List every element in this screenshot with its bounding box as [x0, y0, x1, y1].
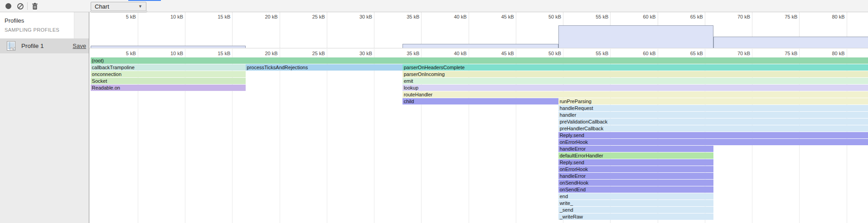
flame-chart-pane[interactable]: 5 kB10 kB15 kB20 kB25 kB30 kB35 kB40 kB4…	[89, 12, 868, 223]
overview-scrollbar-thumb[interactable]	[90, 10, 147, 13]
flame-bar-child[interactable]: child	[402, 98, 558, 104]
flame-bar-label: onErrorHook	[560, 166, 588, 172]
trash-icon[interactable]	[30, 1, 40, 11]
flame-bar-Reply.send[interactable]: Reply.send	[558, 132, 868, 138]
flame-bar-handleError[interactable]: handleError	[558, 146, 713, 152]
flame-bar-label: parserOnHeadersComplete	[404, 65, 465, 70]
overview-gridline	[516, 12, 516, 48]
overview-ruler-label: 40 kB	[441, 14, 467, 19]
flame-bar-end[interactable]: end	[558, 193, 713, 199]
flame-bar-label: preHandlerCallback	[560, 126, 604, 131]
flame-ruler-label: 15 kB	[204, 51, 230, 56]
flame-ruler-label: 5 kB	[110, 51, 136, 56]
flame-bar-lookup[interactable]: lookup	[402, 85, 868, 91]
flame-bar-Socket[interactable]: Socket	[91, 78, 246, 84]
flame-bar-label: defaultErrorHandler	[560, 153, 603, 158]
flame-bar-_send[interactable]: _send	[558, 207, 713, 213]
clear-icon[interactable]	[15, 1, 25, 11]
overview-gridline	[327, 12, 327, 48]
view-mode-select[interactable]: Chart ▼	[91, 2, 146, 11]
flame-bar-label: _writeRaw	[560, 214, 583, 219]
flame-bar-processTicksAndRejections[interactable]: processTicksAndRejections	[246, 64, 402, 71]
flame-ruler-label: 50 kB	[535, 51, 561, 56]
flame-ruler-label: 35 kB	[393, 51, 419, 56]
flame-bar-label: callbackTrampoline	[92, 65, 135, 70]
flame-bar-handler[interactable]: handler	[558, 112, 868, 118]
sidebar-empty-area	[0, 53, 89, 223]
flame-bar-onSendHook[interactable]: onSendHook	[558, 180, 713, 186]
flame-bar-_writeRaw[interactable]: _writeRaw	[558, 214, 713, 220]
flame-bar-onSendEnd[interactable]: onSendEnd	[558, 186, 713, 193]
flame-bar-preValidationCallback[interactable]: preValidationCallback	[558, 119, 868, 125]
flame-bar-label: Readable.on	[92, 85, 120, 90]
sidebar-title: Profiles	[5, 17, 24, 24]
flame-bar-routeHandler[interactable]: routeHandler	[402, 91, 868, 98]
record-icon[interactable]	[3, 1, 13, 11]
flame-bar-label: end	[560, 194, 568, 199]
flame-bar-write_[interactable]: write_	[558, 200, 713, 206]
flame-bar-label: onconnection	[92, 71, 121, 77]
overview-gridline	[185, 12, 185, 48]
flame-bar-onconnection[interactable]: onconnection	[91, 71, 246, 77]
flame-bar-label: lookup	[404, 85, 418, 90]
overview-gridline	[232, 12, 233, 48]
overview-gridline	[138, 12, 138, 48]
flame-gridline	[374, 49, 374, 223]
flame-bar-label: runPreParsing	[560, 99, 592, 104]
toolbar-divider	[27, 2, 28, 10]
overview-ruler-label: 60 kB	[630, 14, 656, 19]
active-tab-indicator	[128, 0, 161, 1]
overview-ruler-label: 15 kB	[204, 14, 230, 19]
no-symbol-icon	[17, 3, 24, 10]
flame-ruler-label: 65 kB	[677, 51, 703, 56]
profile-list-item[interactable]: % Profile 1 Save	[0, 38, 89, 53]
record-dot-icon	[5, 3, 11, 9]
flame-bar-Reply.send[interactable]: Reply.send	[558, 159, 713, 166]
profiles-sidebar: Profiles SAMPLING PROFILES % Profile 1 S…	[0, 12, 89, 223]
flame-bar-emit[interactable]: emit	[402, 78, 868, 84]
overview-ruler-label: 75 kB	[771, 14, 797, 19]
flame-bar-label: write_	[560, 200, 573, 206]
flame-ruler-label: 30 kB	[346, 51, 372, 56]
flame-bar-handleRequest[interactable]: handleRequest	[558, 105, 868, 111]
overview-ruler-label: 55 kB	[582, 14, 608, 19]
flame-bar-parserOnHeadersComplete[interactable]: parserOnHeadersComplete	[402, 64, 868, 71]
flame-bar-label: Socket	[92, 78, 107, 84]
flame-bar-Readable.on[interactable]: Readable.on	[91, 85, 246, 91]
flame-bar-label: onSendEnd	[560, 187, 586, 192]
flame-bar-label: processTicksAndRejections	[247, 65, 308, 70]
flame-ruler-label: 60 kB	[630, 51, 656, 56]
overview-area-segment	[713, 37, 868, 48]
svg-text:%: %	[12, 47, 15, 51]
flame-bar-label: routeHandler	[404, 92, 433, 97]
overview-gridline	[421, 12, 422, 48]
flame-ruler-label: 75 kB	[771, 51, 797, 56]
flame-bar-(root)[interactable]: (root)	[91, 57, 868, 64]
flame-ruler-label: 80 kB	[819, 51, 845, 56]
flame-bar-preHandlerCallback[interactable]: preHandlerCallback	[558, 125, 868, 132]
flame-bar-onErrorHook[interactable]: onErrorHook	[558, 139, 868, 145]
flame-bar-runPreParsing[interactable]: runPreParsing	[558, 98, 868, 104]
overview-ruler-label: 65 kB	[677, 14, 703, 19]
flame-gridline	[327, 49, 327, 223]
overview-area-segment	[402, 44, 558, 48]
flame-bar-label: handleRequest	[560, 105, 593, 111]
flame-ruler-label: 70 kB	[724, 51, 750, 56]
flame-bar-label: handleError	[560, 173, 586, 179]
save-link[interactable]: Save	[73, 43, 86, 49]
profiler-window: Chart ▼ Profiles SAMPLING PROFILES % Pro…	[0, 0, 868, 223]
flame-bar-callbackTrampoline[interactable]: callbackTrampoline	[91, 64, 246, 71]
flame-bar-defaultErrorHandler[interactable]: defaultErrorHandler	[558, 152, 713, 159]
overview-gridline	[469, 12, 469, 48]
overview-ruler-label: 70 kB	[724, 14, 750, 19]
overview-ruler-label: 80 kB	[819, 14, 845, 19]
flame-bar-label: (root)	[92, 58, 104, 63]
flame-bar-onErrorHook[interactable]: onErrorHook	[558, 166, 713, 172]
flame-bar-label: onSendHook	[560, 180, 589, 185]
overview-area-segment	[558, 25, 713, 48]
flame-bar-parserOnIncoming[interactable]: parserOnIncoming	[402, 71, 868, 77]
overview-ruler-label: 10 kB	[157, 14, 183, 19]
overview-ruler-label: 50 kB	[535, 14, 561, 19]
flame-bar-handleError[interactable]: handleError	[558, 173, 713, 179]
sidebar-scrollbar-track[interactable]	[74, 12, 89, 38]
